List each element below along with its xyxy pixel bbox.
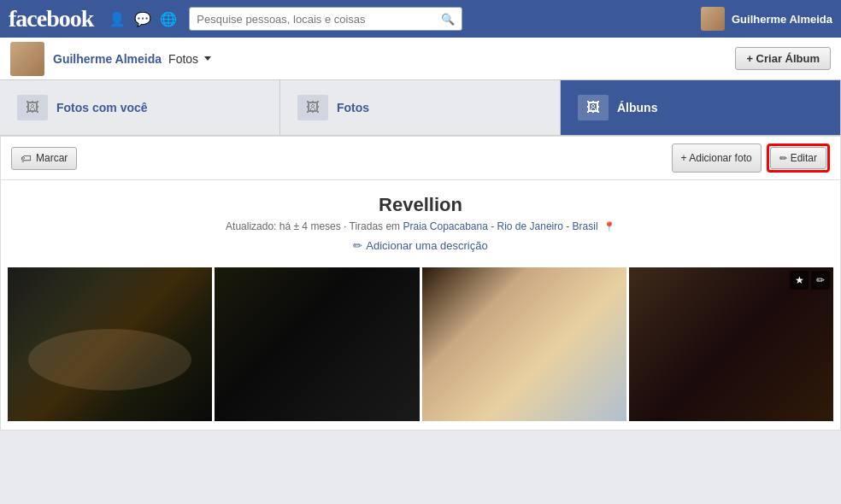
add-description-pencil-icon: ✏ <box>353 239 362 252</box>
photo-overlay: ★ ✏ <box>790 271 830 290</box>
create-album-button[interactable]: + Criar Álbum <box>735 47 831 70</box>
editar-button[interactable]: ✏ Editar <box>770 147 826 169</box>
photo-grid: ★ ✏ <box>1 261 840 421</box>
tab-icon-fotos-com-voce: 🖼 <box>17 95 48 120</box>
photo-edit-button[interactable]: ✏ <box>811 271 830 290</box>
main-content: 🏷 Marcar + Adicionar foto ✏ Editar Revel… <box>0 136 841 431</box>
action-bar: 🏷 Marcar + Adicionar foto ✏ Editar <box>1 137 840 180</box>
album-updated: Atualizado: há ± 4 meses <box>226 220 341 232</box>
photo-cell-2[interactable] <box>215 267 419 421</box>
top-navigation: facebook 👤 💬 🌐 🔍 Guilherme Almeida <box>0 0 841 38</box>
nav-avatar-image <box>701 7 725 31</box>
add-description-button[interactable]: ✏ Adicionar uma descrição <box>353 239 487 252</box>
photo-cell-3[interactable] <box>422 267 626 421</box>
search-input[interactable] <box>197 13 441 26</box>
album-location-link[interactable]: Praia Copacabana - Rio de Janeiro - Bras… <box>403 220 597 232</box>
fotos-dropdown-arrow[interactable] <box>204 56 211 61</box>
tabs-section: 🖼 Fotos com você 🖼 Fotos 🖼 Álbuns <box>0 80 841 136</box>
nav-icons-group: 👤 💬 🌐 <box>107 9 179 29</box>
tab-label-fotos: Fotos <box>337 101 369 114</box>
nav-avatar <box>701 7 725 31</box>
add-description-label: Adicionar uma descrição <box>366 239 487 252</box>
search-icon[interactable]: 🔍 <box>441 13 455 26</box>
facebook-logo: facebook <box>9 5 93 32</box>
profile-strip: Guilherme Almeida Fotos + Criar Álbum <box>0 38 841 80</box>
tab-fotos[interactable]: 🖼 Fotos <box>280 80 561 135</box>
right-actions: + Adicionar foto ✏ Editar <box>672 144 830 173</box>
search-bar: 🔍 <box>189 7 462 31</box>
profile-name[interactable]: Guilherme Almeida <box>53 52 162 66</box>
editar-label: Editar <box>791 152 817 164</box>
tab-icon-fotos: 🖼 <box>297 95 328 120</box>
editar-btn-highlight: ✏ Editar <box>767 144 830 173</box>
location-icon: 📍 <box>603 221 615 231</box>
pencil-icon: ✏ <box>779 153 787 164</box>
nav-right: Guilherme Almeida <box>701 7 832 31</box>
photo-cell-1[interactable] <box>8 267 212 421</box>
album-meta: Atualizado: há ± 4 meses · Tiradas em Pr… <box>18 220 823 232</box>
add-foto-button[interactable]: + Adicionar foto <box>672 144 762 173</box>
tab-label-fotos-com-voce: Fotos com você <box>56 101 148 114</box>
tab-icon-albuns: 🖼 <box>578 95 609 120</box>
tab-fotos-com-voce[interactable]: 🖼 Fotos com você <box>0 80 280 135</box>
globe-icon[interactable]: 🌐 <box>158 9 179 29</box>
tab-label-albuns: Álbuns <box>617 101 657 114</box>
photo-cell-4[interactable]: ★ ✏ <box>629 267 833 421</box>
album-info: Revellion Atualizado: há ± 4 meses · Tir… <box>1 180 840 261</box>
photo-star-button[interactable]: ★ <box>790 271 809 290</box>
profile-name-fotos: Guilherme Almeida Fotos <box>53 52 211 66</box>
album-location-prefix: Tiradas em <box>350 220 401 232</box>
fotos-label: Fotos <box>168 52 198 66</box>
album-title: Revellion <box>18 194 823 216</box>
chat-icon[interactable]: 💬 <box>132 9 153 29</box>
tab-albuns[interactable]: 🖼 Álbuns <box>561 80 841 135</box>
nav-user-name[interactable]: Guilherme Almeida <box>732 13 832 26</box>
marcar-label: Marcar <box>36 152 68 164</box>
marcar-button[interactable]: 🏷 Marcar <box>11 147 77 170</box>
profile-avatar[interactable] <box>10 42 44 76</box>
tag-icon: 🏷 <box>21 152 32 165</box>
people-icon[interactable]: 👤 <box>107 9 127 29</box>
